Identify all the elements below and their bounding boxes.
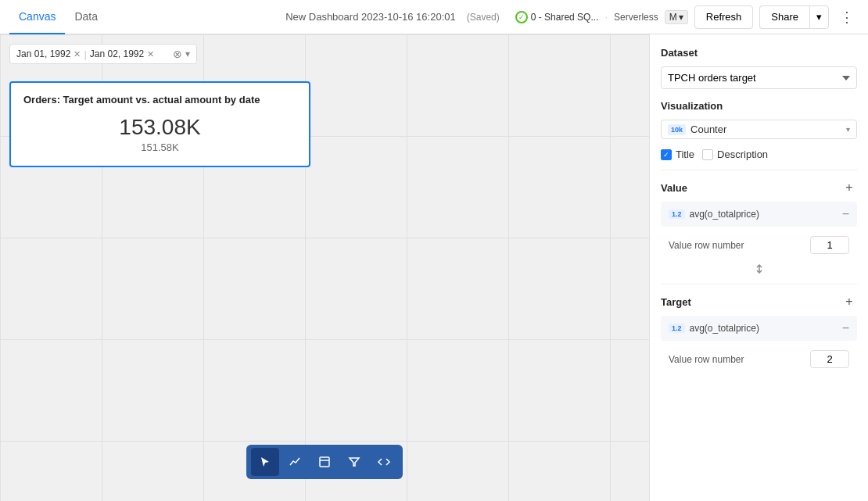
target-section: Target + 1.2 avg(o_totalprice) − Value r… bbox=[661, 294, 857, 371]
dashboard-title: New Dashboard 2023-10-16 16:20:01 bbox=[285, 11, 456, 23]
value-row-number-label: Value row number bbox=[669, 240, 744, 251]
box-tool-button[interactable] bbox=[310, 448, 339, 476]
share-button[interactable]: Share bbox=[759, 5, 809, 29]
value-metric-remove-button[interactable]: − bbox=[842, 208, 849, 220]
chart-value-main: 153.08K bbox=[23, 115, 296, 140]
title-checkbox[interactable]: ✓ Title bbox=[661, 149, 694, 160]
more-button[interactable]: ⋮ bbox=[835, 5, 859, 29]
filter-dropdown-button[interactable]: ▾ bbox=[185, 48, 190, 59]
chart-title: Orders: Target amount vs. actual amount … bbox=[23, 94, 296, 106]
share-caret-button[interactable]: ▾ bbox=[809, 5, 829, 29]
viz-icon: 10k bbox=[668, 124, 686, 135]
status-icon bbox=[515, 11, 528, 23]
viz-select-text: Counter bbox=[690, 123, 841, 135]
filter-bar: Jan 01, 1992 ✕ | Jan 02, 1992 ✕ ⊗ ▾ bbox=[9, 44, 197, 64]
share-group: Share ▾ bbox=[759, 5, 829, 29]
value-section: Value + 1.2 avg(o_totalprice) − Value ro… bbox=[661, 180, 857, 257]
target-metric-label: 1.2 avg(o_totalprice) bbox=[669, 323, 759, 334]
target-add-button[interactable]: + bbox=[841, 294, 857, 310]
dataset-section: Dataset TPCH orders target bbox=[661, 47, 857, 89]
target-metric-badge: 1.2 bbox=[669, 324, 685, 333]
filter-clear-button[interactable]: ⊗ bbox=[173, 48, 182, 60]
status-area: 0 - Shared SQ... · Serverless bbox=[515, 11, 658, 23]
divider-2 bbox=[661, 284, 857, 284]
dataset-select[interactable]: TPCH orders target bbox=[661, 66, 857, 89]
target-row-number-input[interactable] bbox=[810, 350, 849, 368]
saved-label: (Saved) bbox=[467, 12, 500, 23]
target-section-header: Target + bbox=[661, 294, 857, 310]
line-chart-tool-button[interactable] bbox=[281, 448, 309, 476]
chart-widget: Orders: Target amount vs. actual amount … bbox=[9, 81, 310, 167]
title-checkbox-label: Title bbox=[676, 149, 694, 160]
svg-marker-2 bbox=[350, 458, 359, 466]
canvas-area[interactable]: Jan 01, 1992 ✕ | Jan 02, 1992 ✕ ⊗ ▾ Orde… bbox=[0, 34, 649, 501]
bottom-toolbar bbox=[246, 445, 403, 479]
target-section-label: Target bbox=[661, 296, 691, 308]
main-layout: Jan 01, 1992 ✕ | Jan 02, 1992 ✕ ⊗ ▾ Orde… bbox=[0, 34, 868, 501]
description-checkbox-box bbox=[702, 149, 713, 160]
filter-tool-button[interactable] bbox=[340, 448, 368, 476]
value-add-button[interactable]: + bbox=[841, 180, 857, 195]
refresh-button[interactable]: Refresh bbox=[694, 5, 754, 29]
checkbox-row: ✓ Title Description bbox=[661, 149, 857, 160]
value-row-number-input[interactable] bbox=[810, 236, 849, 254]
right-panel: Dataset TPCH orders target Visualization… bbox=[649, 34, 868, 501]
cursor-tool-button[interactable] bbox=[251, 448, 279, 476]
visualization-section: Visualization 10k Counter ▾ bbox=[661, 100, 857, 139]
swap-icon bbox=[661, 263, 857, 274]
value-metric-badge: 1.2 bbox=[669, 209, 685, 219]
value-metric-row: 1.2 avg(o_totalprice) − bbox=[661, 202, 857, 227]
target-row-number-row: Value row number bbox=[661, 345, 857, 371]
svg-rect-0 bbox=[320, 457, 329, 467]
description-checkbox[interactable]: Description bbox=[702, 149, 768, 160]
topbar-tabs: Canvas Data bbox=[9, 0, 107, 34]
filter-tag-2: Jan 02, 1992 ✕ bbox=[90, 48, 154, 59]
visualization-label: Visualization bbox=[661, 100, 857, 112]
target-metric-row: 1.2 avg(o_totalprice) − bbox=[661, 316, 857, 341]
filter-tag-1-remove[interactable]: ✕ bbox=[74, 49, 81, 59]
chart-value-sub: 151.58K bbox=[23, 141, 296, 153]
status-text: 0 - Shared SQ... bbox=[531, 12, 599, 23]
visualization-select-container[interactable]: 10k Counter ▾ bbox=[661, 120, 857, 139]
target-metric-name: avg(o_totalprice) bbox=[690, 323, 759, 334]
value-section-header: Value + bbox=[661, 180, 857, 195]
serverless-label: Serverless bbox=[614, 12, 658, 23]
value-row-number-row: Value row number bbox=[661, 231, 857, 257]
description-checkbox-label: Description bbox=[717, 149, 768, 160]
topbar: Canvas Data New Dashboard 2023-10-16 16:… bbox=[0, 0, 868, 34]
target-metric-remove-button[interactable]: − bbox=[842, 322, 849, 335]
target-row-number-label: Value row number bbox=[669, 354, 744, 365]
filter-tag-2-remove[interactable]: ✕ bbox=[147, 49, 154, 59]
filter-tag-1: Jan 01, 1992 ✕ bbox=[16, 48, 81, 59]
code-tool-button[interactable] bbox=[370, 448, 398, 476]
dataset-label: Dataset bbox=[661, 47, 857, 59]
m-badge-button[interactable]: M ▾ bbox=[665, 10, 688, 24]
title-checkbox-box: ✓ bbox=[661, 149, 672, 160]
value-section-label: Value bbox=[661, 182, 687, 194]
divider-1 bbox=[661, 170, 857, 170]
viz-caret-icon: ▾ bbox=[846, 125, 850, 134]
value-metric-label: 1.2 avg(o_totalprice) bbox=[669, 209, 759, 220]
value-metric-name: avg(o_totalprice) bbox=[690, 209, 759, 220]
tab-data[interactable]: Data bbox=[65, 0, 107, 34]
tab-canvas[interactable]: Canvas bbox=[9, 0, 65, 34]
